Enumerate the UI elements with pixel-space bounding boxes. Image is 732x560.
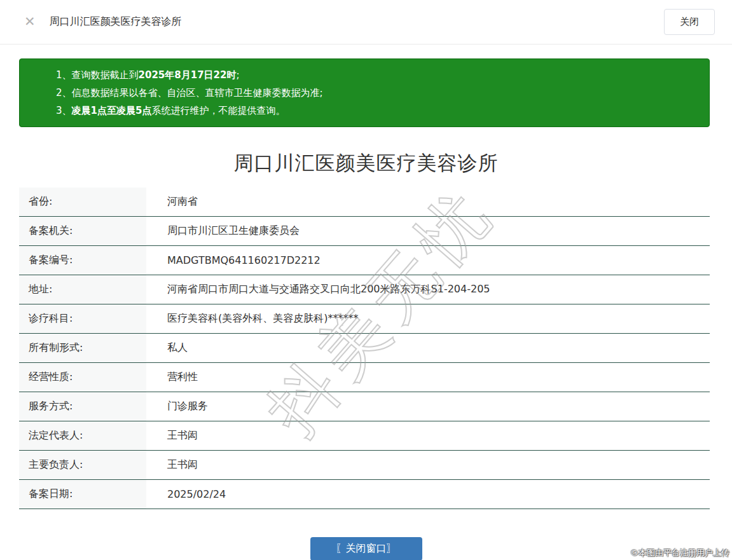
header-close-button[interactable]: 关闭: [664, 9, 715, 35]
notice-bold-text: 凌晨1点至凌晨5点: [72, 105, 152, 116]
table-row: 主要负责人: 王书闳: [19, 451, 710, 480]
notice-text: 3、: [56, 105, 72, 116]
close-window-button[interactable]: 〖关闭窗口〗: [310, 537, 422, 560]
notice-text: 2、信息数据结果以各省、自治区、直辖市卫生健康委数据为准;: [56, 87, 323, 99]
table-row: 法定代表人: 王书闳: [19, 421, 710, 451]
notice-text: 系统进行维护，不能提供查询。: [151, 105, 285, 116]
footer-actions: 〖关闭窗口〗: [0, 537, 732, 560]
field-label: 经营性质:: [19, 363, 146, 392]
info-table: 省份: 河南省 备案机关: 周口市川汇区卫生健康委员会 备案编号: MADGTB…: [19, 188, 710, 509]
page-title: 周口川汇医颜美医疗美容诊所: [0, 150, 732, 177]
field-value: 私人: [146, 334, 188, 362]
field-label: 所有制形式:: [19, 334, 146, 362]
table-row: 省份: 河南省: [19, 188, 710, 217]
table-row: 地址: 河南省周口市周口大道与交通路交叉口向北200米路东万科S1-204-20…: [19, 275, 710, 304]
close-x-icon[interactable]: ✕: [24, 15, 36, 29]
table-row: 所有制形式: 私人: [19, 334, 710, 363]
field-label: 法定代表人:: [19, 421, 146, 450]
notice-line: 3、凌晨1点至凌晨5点系统进行维护，不能提供查询。: [56, 102, 696, 120]
field-label: 省份:: [19, 188, 146, 216]
notice-line: 2、信息数据结果以各省、自治区、直辖市卫生健康委数据为准;: [56, 84, 696, 102]
notice-line: 1、查询数据截止到2025年8月17日22时;: [56, 66, 696, 84]
field-value: 王书闳: [146, 451, 198, 479]
table-row: 备案日期: 2025/02/24: [19, 480, 710, 509]
table-row: 经营性质: 营利性: [19, 363, 710, 392]
table-row: 备案机关: 周口市川汇区卫生健康委员会: [19, 217, 710, 246]
field-label: 备案编号:: [19, 246, 146, 275]
field-label: 备案机关:: [19, 217, 146, 245]
notice-box: 1、查询数据截止到2025年8月17日22时; 2、信息数据结果以各省、自治区、…: [19, 58, 710, 127]
image-credit-watermark: ©本图由平台注册用户上传: [630, 547, 729, 559]
field-label: 服务方式:: [19, 392, 146, 421]
field-value: 河南省周口市周口大道与交通路交叉口向北200米路东万科S1-204-205: [146, 275, 490, 304]
window-title: 周口川汇医颜美医疗美容诊所: [50, 15, 182, 29]
field-label: 诊疗科目:: [19, 304, 146, 333]
field-label: 主要负责人:: [19, 451, 146, 479]
field-label: 地址:: [19, 275, 146, 304]
table-row: 服务方式: 门诊服务: [19, 392, 710, 421]
table-row: 诊疗科目: 医疗美容科(美容外科、美容皮肤科)******: [19, 304, 710, 334]
header-bar: ✕ 周口川汇医颜美医疗美容诊所 关闭: [0, 0, 732, 44]
notice-bold-text: 2025年8月17日22时: [139, 69, 237, 81]
field-value: 门诊服务: [146, 392, 208, 421]
notice-text: 1、查询数据截止到: [56, 69, 139, 81]
field-value: 河南省: [146, 188, 198, 216]
field-value: MADGTBMQ641160217D2212: [146, 246, 321, 275]
notice-text: ;: [236, 69, 239, 81]
field-value: 2025/02/24: [146, 480, 226, 509]
field-value: 周口市川汇区卫生健康委员会: [146, 217, 300, 245]
field-value: 营利性: [146, 363, 198, 392]
field-value: 医疗美容科(美容外科、美容皮肤科)******: [146, 304, 358, 333]
field-value: 王书闳: [146, 421, 198, 450]
field-label: 备案日期:: [19, 480, 146, 509]
table-row: 备案编号: MADGTBMQ641160217D2212: [19, 246, 710, 275]
